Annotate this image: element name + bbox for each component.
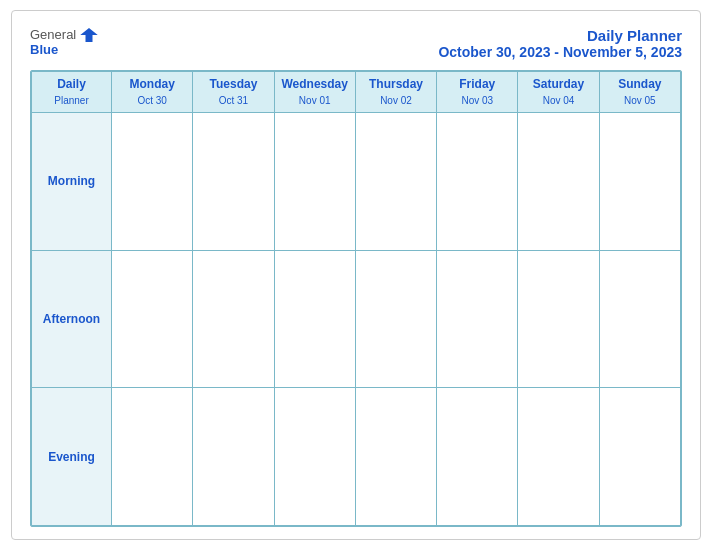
table-row-afternoon: Afternoon <box>32 250 681 388</box>
col-header-friday: Friday Nov 03 <box>437 72 518 113</box>
row-label-morning: Morning <box>32 112 112 250</box>
logo-general-text: General <box>30 27 76 42</box>
logo-text: General <box>30 27 98 42</box>
cell-morning-thursday[interactable] <box>355 112 436 250</box>
col-header-tuesday: Tuesday Oct 31 <box>193 72 274 113</box>
cell-evening-tuesday[interactable] <box>193 388 274 526</box>
cell-afternoon-friday[interactable] <box>437 250 518 388</box>
cell-evening-monday[interactable] <box>112 388 193 526</box>
header: General Blue Daily Planner October 30, 2… <box>30 27 682 60</box>
cell-afternoon-sunday[interactable] <box>599 250 680 388</box>
col-header-monday: Monday Oct 30 <box>112 72 193 113</box>
logo-area: General Blue <box>30 27 98 57</box>
cell-afternoon-thursday[interactable] <box>355 250 436 388</box>
table-row-evening: Evening <box>32 388 681 526</box>
col-header-sunday: Sunday Nov 05 <box>599 72 680 113</box>
logo-blue-text: Blue <box>30 42 58 57</box>
cell-morning-monday[interactable] <box>112 112 193 250</box>
svg-marker-0 <box>81 28 99 42</box>
planner-table: Daily Planner Monday Oct 30 Tuesday Oct … <box>31 71 681 526</box>
cell-evening-friday[interactable] <box>437 388 518 526</box>
title-area: Daily Planner October 30, 2023 - Novembe… <box>438 27 682 60</box>
planner-page: General Blue Daily Planner October 30, 2… <box>11 10 701 540</box>
cell-evening-thursday[interactable] <box>355 388 436 526</box>
cell-afternoon-saturday[interactable] <box>518 250 599 388</box>
cell-morning-tuesday[interactable] <box>193 112 274 250</box>
logo-bird-icon <box>80 28 98 42</box>
cell-evening-sunday[interactable] <box>599 388 680 526</box>
cell-afternoon-tuesday[interactable] <box>193 250 274 388</box>
cell-afternoon-monday[interactable] <box>112 250 193 388</box>
cell-evening-saturday[interactable] <box>518 388 599 526</box>
row-label-afternoon: Afternoon <box>32 250 112 388</box>
planner-table-wrapper: Daily Planner Monday Oct 30 Tuesday Oct … <box>30 70 682 527</box>
table-header-row: Daily Planner Monday Oct 30 Tuesday Oct … <box>32 72 681 113</box>
row-label-evening: Evening <box>32 388 112 526</box>
cell-evening-wednesday[interactable] <box>274 388 355 526</box>
col-header-wednesday: Wednesday Nov 01 <box>274 72 355 113</box>
planner-title: Daily Planner <box>438 27 682 44</box>
cell-morning-friday[interactable] <box>437 112 518 250</box>
cell-morning-sunday[interactable] <box>599 112 680 250</box>
col-header-saturday: Saturday Nov 04 <box>518 72 599 113</box>
planner-date-range: October 30, 2023 - November 5, 2023 <box>438 44 682 60</box>
cell-morning-saturday[interactable] <box>518 112 599 250</box>
cell-morning-wednesday[interactable] <box>274 112 355 250</box>
cell-afternoon-wednesday[interactable] <box>274 250 355 388</box>
table-row-morning: Morning <box>32 112 681 250</box>
col-header-thursday: Thursday Nov 02 <box>355 72 436 113</box>
col-header-0: Daily Planner <box>32 72 112 113</box>
